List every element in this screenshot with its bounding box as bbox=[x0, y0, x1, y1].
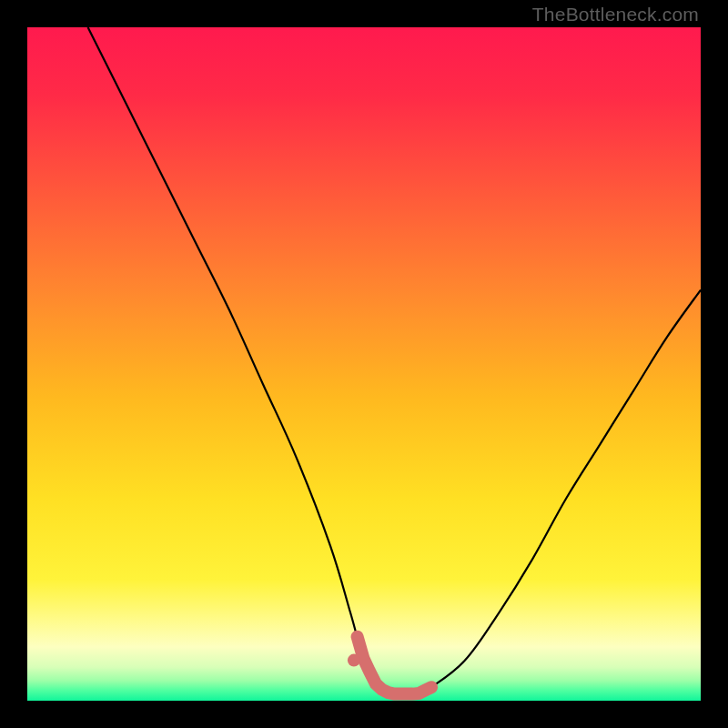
chart-frame: TheBottleneck.com bbox=[0, 0, 728, 728]
optimal-range-highlight bbox=[358, 637, 431, 694]
chart-svg bbox=[27, 27, 701, 701]
plot-area bbox=[27, 27, 701, 701]
optimal-point-dot bbox=[348, 654, 360, 667]
watermark-text: TheBottleneck.com bbox=[532, 4, 699, 25]
bottleneck-curve bbox=[88, 27, 701, 694]
